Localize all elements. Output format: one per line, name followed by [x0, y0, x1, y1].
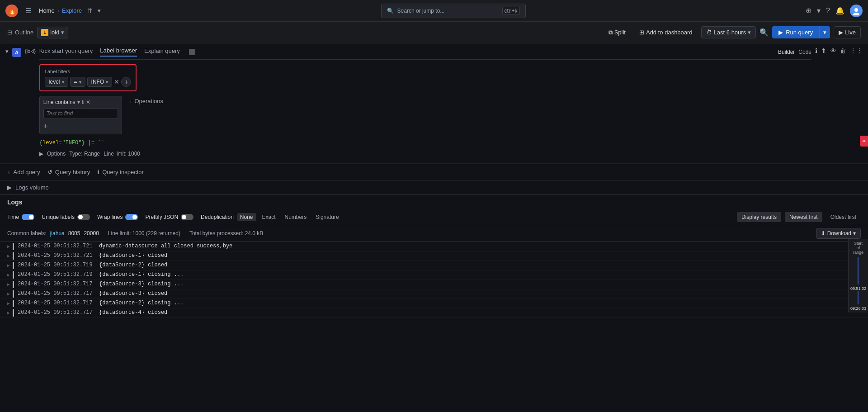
common-label-jiahua[interactable]: jiahua: [50, 230, 65, 237]
dropdown-icon[interactable]: ▾: [98, 7, 101, 14]
plus-icon[interactable]: ⊕: [806, 6, 811, 15]
dropdown-arrow[interactable]: ▾: [817, 6, 821, 15]
logs-title: Logs: [0, 195, 868, 209]
prettify-json-toggle[interactable]: [181, 214, 193, 220]
line-contains-add-icon[interactable]: +: [43, 122, 48, 131]
line-contains-info-icon[interactable]: ℹ: [82, 99, 84, 105]
notifications-icon[interactable]: 🔔: [835, 6, 844, 15]
builder-view[interactable]: Builder: [778, 49, 795, 55]
log-text: 2024-01-25 09:51:32.719 {dataSource-1} c…: [18, 271, 184, 278]
log-entry[interactable]: ▶ 2024-01-25 09:51:32.717 {dataSource-4}…: [0, 308, 868, 318]
line-limit-info: Line limit: 1000 (229 returned): [108, 230, 180, 237]
dedup-label: Deduplication: [201, 214, 234, 220]
log-expand-icon[interactable]: ▶: [7, 301, 10, 306]
secondary-toolbar: ⊟ Outline L loki ▾ ⧉ Split ⊞ Add to dash…: [0, 22, 868, 43]
code-view[interactable]: Code: [798, 49, 811, 55]
query-upload-icon[interactable]: ⬆: [821, 47, 826, 54]
query-more-icon[interactable]: ⋮⋮: [850, 47, 863, 54]
oldest-first-button[interactable]: Oldest first: [826, 212, 861, 222]
log-expand-icon[interactable]: ▶: [7, 282, 10, 287]
log-entry[interactable]: ▶ 2024-01-25 09:51:32.719 {dataSource-2}…: [0, 261, 868, 270]
datasource-icon: L: [41, 29, 48, 36]
zoom-out-icon[interactable]: 🔍: [760, 28, 769, 37]
log-entry[interactable]: ▶ 2024-01-25 09:51:32.717 {dataSource-2}…: [0, 299, 868, 308]
log-entry[interactable]: ▶ 2024-01-25 09:51:32.717 {dataSource-3}…: [0, 280, 868, 289]
filter-operator-pill[interactable]: = ▾: [70, 77, 85, 87]
dedup-signature[interactable]: Signature: [313, 213, 341, 221]
common-label-8005[interactable]: 8005: [68, 230, 80, 237]
run-query-dropdown[interactable]: ▾: [819, 26, 830, 38]
dedup-exact[interactable]: Exact: [259, 213, 278, 221]
operations-button[interactable]: + Operations: [126, 96, 167, 106]
help-icon[interactable]: ?: [826, 7, 830, 15]
search-box[interactable]: 🔍 Search or jump to... ctrl+k: [381, 4, 526, 18]
log-expand-icon[interactable]: ▶: [7, 310, 10, 316]
play-icon: ▶: [778, 29, 783, 36]
search-placeholder: Search or jump to...: [397, 8, 445, 14]
wrap-lines-toggle[interactable]: [125, 214, 138, 220]
log-expand-icon[interactable]: ▶: [7, 253, 10, 259]
run-query-button[interactable]: ▶ Run query: [772, 26, 819, 38]
filter-add-button[interactable]: +: [121, 77, 131, 87]
datasource-selector[interactable]: L loki ▾: [37, 27, 68, 38]
outline-button[interactable]: ⊟ Outline: [7, 29, 33, 36]
line-contains-remove-icon[interactable]: ✕: [86, 99, 90, 105]
log-entry[interactable]: ▶ 2024-01-25 09:51:32.721 {dataSource-1}…: [0, 251, 868, 261]
options-label: Options: [47, 151, 66, 157]
live-icon: ▶: [839, 29, 843, 36]
log-expand-icon[interactable]: ▶: [7, 272, 10, 278]
unique-labels-toggle[interactable]: [77, 214, 90, 220]
outline-icon: ⊟: [7, 29, 12, 36]
common-label-20000[interactable]: 20000: [84, 230, 99, 237]
query-delete-icon[interactable]: 🗑: [840, 47, 846, 54]
dedup-numbers[interactable]: Numbers: [282, 213, 310, 221]
home-link[interactable]: Home: [39, 7, 55, 14]
side-scroll-indicator[interactable]: ⬆: [860, 136, 868, 147]
query-history-button[interactable]: ↺ Query history: [47, 169, 90, 175]
dedup-none[interactable]: None: [237, 213, 256, 221]
log-text: 2024-01-25 09:51:32.719 {dataSource-2} c…: [18, 262, 167, 268]
filter-key-pill[interactable]: level ▾: [45, 77, 68, 87]
share-icon[interactable]: ⇈: [87, 7, 92, 14]
log-entry[interactable]: ▶ 2024-01-25 09:51:32.719 {dataSource-1}…: [0, 270, 868, 280]
time-toggle-group: Time: [7, 214, 34, 220]
log-expand-icon[interactable]: ▶: [7, 263, 10, 268]
log-level-bar: [13, 243, 14, 250]
download-button[interactable]: ⬇ Download ▾: [816, 228, 861, 239]
logs-volume-section[interactable]: ▶ Logs volume: [0, 180, 868, 195]
query-inspector-button[interactable]: ℹ Query inspector: [97, 169, 144, 175]
time-range-picker[interactable]: ⏱ Last 6 hours ▾: [701, 26, 756, 38]
split-button[interactable]: ⧉ Split: [604, 26, 631, 39]
filter-value-pill[interactable]: INFO ▾: [87, 77, 113, 87]
line-contains-caret[interactable]: ▾: [77, 99, 80, 105]
app-logo[interactable]: 🔥: [5, 5, 18, 17]
log-entry[interactable]: ▶ 2024-01-25 09:51:32.717 {dataSource-3}…: [0, 289, 868, 299]
display-results-button[interactable]: Display results: [737, 212, 781, 222]
log-level-bar: [13, 262, 14, 269]
tab-kick-start[interactable]: Kick start your query: [39, 47, 93, 56]
line-contains-input[interactable]: [43, 108, 118, 119]
add-query-button[interactable]: + Add query: [7, 169, 40, 175]
hamburger-icon[interactable]: ☰: [25, 6, 32, 15]
tab-label-browser[interactable]: Label browser: [100, 47, 137, 57]
add-to-dashboard-button[interactable]: ⊞ Add to dashboard: [634, 26, 698, 38]
download-caret: ▾: [853, 230, 856, 237]
query-info-icon[interactable]: ℹ: [815, 47, 817, 54]
time-toggle[interactable]: [22, 214, 34, 220]
options-expand-icon[interactable]: ▶: [39, 151, 43, 157]
filter-remove-icon[interactable]: ✕: [114, 78, 119, 85]
split-icon: ⧉: [609, 29, 613, 36]
user-avatar[interactable]: [850, 5, 863, 17]
query-eye-icon[interactable]: 👁: [830, 47, 836, 54]
log-timestamp: 2024-01-25 09:51:32.721: [18, 252, 93, 259]
live-button[interactable]: ▶ Live: [834, 26, 861, 38]
datasource-dropdown-icon: ▾: [61, 29, 64, 36]
log-expand-icon[interactable]: ▶: [7, 244, 10, 249]
newest-first-button[interactable]: Newest first: [785, 212, 822, 222]
explain-toggle[interactable]: [189, 49, 195, 55]
query-collapse-icon[interactable]: ▾: [5, 48, 9, 55]
log-expand-icon[interactable]: ▶: [7, 291, 10, 297]
log-entry[interactable]: ▶ 2024-01-25 09:51:32.721 dynamic-dataso…: [0, 242, 868, 251]
explore-link[interactable]: Explore: [62, 7, 82, 14]
tab-explain-query[interactable]: Explain query: [144, 47, 180, 56]
